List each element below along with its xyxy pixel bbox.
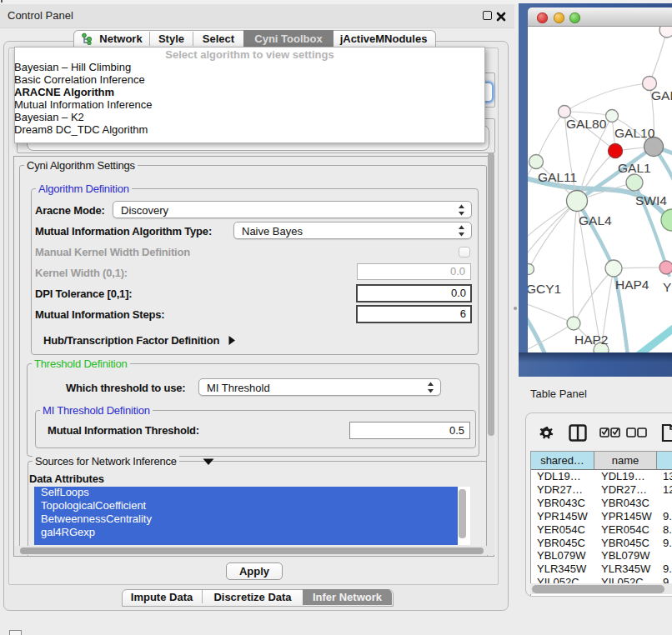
svg-text:HAP4: HAP4 xyxy=(615,278,649,292)
svg-text:GAL11: GAL11 xyxy=(538,170,577,184)
svg-text:GAL1: GAL1 xyxy=(618,161,651,175)
svg-text:HAP2: HAP2 xyxy=(574,332,609,347)
svg-text:GAL7: GAL7 xyxy=(651,88,672,102)
svg-text:GAL80: GAL80 xyxy=(566,117,607,131)
svg-text:Y: Y xyxy=(663,280,671,294)
svg-text:GAL4: GAL4 xyxy=(579,213,612,228)
svg-text:GAL10: GAL10 xyxy=(614,126,655,140)
svg-text:SWI4: SWI4 xyxy=(635,193,667,208)
svg-text:GCY1: GCY1 xyxy=(528,282,561,296)
